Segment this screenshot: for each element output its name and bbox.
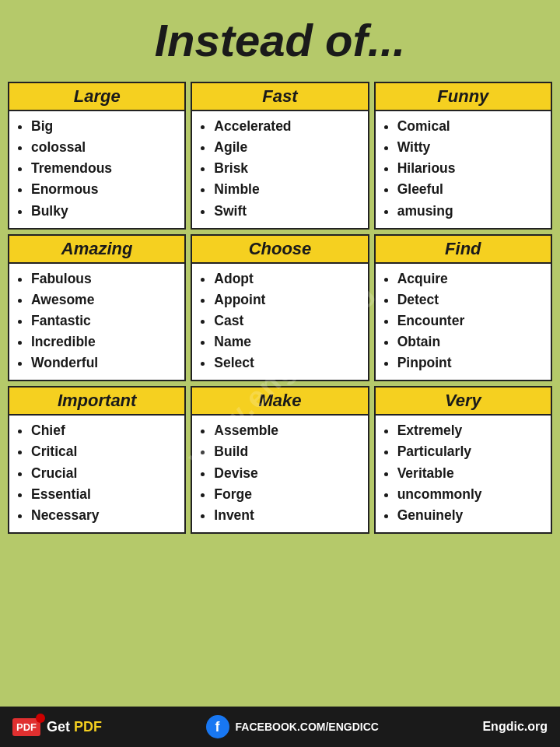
list-item: Appoint bbox=[214, 289, 362, 310]
card-body-fast: AcceleratedAgileBriskNimbleSwift bbox=[191, 111, 369, 230]
card-header-fast: Fast bbox=[191, 82, 369, 111]
card-list-amazing: FabulousAwesomeFantasticIncredibleWonder… bbox=[20, 268, 180, 374]
card-body-very: ExtremelyParticularlyVeritableuncommonly… bbox=[374, 416, 552, 534]
list-item: Adopt bbox=[214, 268, 362, 289]
card-fast: FastAcceleratedAgileBriskNimbleSwift bbox=[191, 82, 369, 230]
list-item: colossal bbox=[31, 137, 180, 158]
list-item: Accelerated bbox=[214, 116, 362, 137]
card-make: MakeAssembleBuildDeviseForgeInvent bbox=[191, 386, 369, 534]
card-body-important: ChiefCriticalCrucialEssentialNecessary bbox=[8, 416, 186, 534]
footer: PDF Get PDF f FACEBOOK.COM/ENGDICC Engdi… bbox=[0, 707, 560, 747]
card-list-very: ExtremelyParticularlyVeritableuncommonly… bbox=[387, 420, 546, 526]
cards-grid: LargeBigcolossalTremendousEnormousBulkyF… bbox=[0, 77, 560, 538]
list-item: Name bbox=[214, 331, 362, 352]
list-item: Select bbox=[214, 352, 362, 374]
list-item: Extremely bbox=[397, 420, 546, 441]
list-item: Enormous bbox=[31, 179, 180, 200]
card-header-make: Make bbox=[191, 386, 369, 416]
list-item: Obtain bbox=[397, 331, 546, 352]
list-item: Assemble bbox=[214, 420, 362, 441]
card-header-find: Find bbox=[374, 234, 552, 264]
card-large: LargeBigcolossalTremendousEnormousBulky bbox=[8, 82, 186, 230]
card-header-important: Important bbox=[8, 386, 186, 416]
pdf-label: PDF bbox=[74, 719, 102, 735]
list-item: Hilarious bbox=[397, 158, 546, 179]
list-item: uncommonly bbox=[397, 484, 546, 505]
card-find: FindAcquireDetectEncounterObtainPinpoint bbox=[374, 234, 552, 382]
card-body-choose: AdoptAppointCastNameSelect bbox=[191, 264, 369, 382]
card-body-make: AssembleBuildDeviseForgeInvent bbox=[191, 416, 369, 534]
page-title: Instead of... bbox=[0, 0, 560, 77]
list-item: Critical bbox=[31, 441, 180, 462]
list-item: Detect bbox=[397, 289, 546, 310]
list-item: Witty bbox=[397, 137, 546, 158]
card-list-large: BigcolossalTremendousEnormousBulky bbox=[20, 116, 180, 222]
list-item: Fabulous bbox=[31, 268, 180, 289]
get-pdf-text: Get PDF bbox=[47, 719, 102, 735]
list-item: Cast bbox=[214, 310, 362, 331]
list-item: Agile bbox=[214, 137, 362, 158]
pdf-icon: PDF bbox=[12, 718, 40, 736]
card-header-large: Large bbox=[8, 82, 186, 111]
list-item: Essential bbox=[31, 484, 180, 505]
list-item: Gleeful bbox=[397, 179, 546, 200]
card-body-find: AcquireDetectEncounterObtainPinpoint bbox=[374, 264, 552, 382]
list-item: Crucial bbox=[31, 463, 180, 484]
list-item: Pinpoint bbox=[397, 352, 546, 374]
card-funny: FunnyComicalWittyHilariousGleefulamusing bbox=[374, 82, 552, 230]
card-header-choose: Choose bbox=[191, 234, 369, 264]
list-item: Encounter bbox=[397, 310, 546, 331]
list-item: Particularly bbox=[397, 441, 546, 462]
footer-facebook: f FACEBOOK.COM/ENGDICC bbox=[206, 715, 379, 738]
list-item: Acquire bbox=[397, 268, 546, 289]
facebook-icon: f bbox=[206, 715, 229, 738]
card-choose: ChooseAdoptAppointCastNameSelect bbox=[191, 234, 369, 382]
list-item: Big bbox=[31, 116, 180, 137]
card-body-large: BigcolossalTremendousEnormousBulky bbox=[8, 111, 186, 230]
list-item: Devise bbox=[214, 463, 362, 484]
list-item: Chief bbox=[31, 420, 180, 441]
list-item: Fantastic bbox=[31, 310, 180, 331]
get-label: Get bbox=[47, 719, 70, 735]
list-item: Awesome bbox=[31, 289, 180, 310]
list-item: Forge bbox=[214, 484, 362, 505]
list-item: Nimble bbox=[214, 179, 362, 200]
card-list-make: AssembleBuildDeviseForgeInvent bbox=[203, 420, 362, 526]
list-item: Build bbox=[214, 441, 362, 462]
list-item: Bulky bbox=[31, 201, 180, 222]
card-very: VeryExtremelyParticularlyVeritableuncomm… bbox=[374, 386, 552, 534]
footer-pdf-section: PDF Get PDF bbox=[12, 718, 102, 736]
list-item: Necessary bbox=[31, 505, 180, 526]
list-item: Genuinely bbox=[397, 505, 546, 526]
card-header-amazing: Amazing bbox=[8, 234, 186, 264]
list-item: Incredible bbox=[31, 331, 180, 352]
list-item: amusing bbox=[397, 201, 546, 222]
card-list-important: ChiefCriticalCrucialEssentialNecessary bbox=[20, 420, 180, 526]
card-list-fast: AcceleratedAgileBriskNimbleSwift bbox=[203, 116, 362, 222]
list-item: Brisk bbox=[214, 158, 362, 179]
card-list-funny: ComicalWittyHilariousGleefulamusing bbox=[387, 116, 546, 222]
card-amazing: AmazingFabulousAwesomeFantasticIncredibl… bbox=[8, 234, 186, 382]
list-item: Swift bbox=[214, 201, 362, 222]
card-body-amazing: FabulousAwesomeFantasticIncredibleWonder… bbox=[8, 264, 186, 382]
card-list-find: AcquireDetectEncounterObtainPinpoint bbox=[387, 268, 546, 374]
list-item: Veritable bbox=[397, 463, 546, 484]
list-item: Wonderful bbox=[31, 352, 180, 374]
card-header-funny: Funny bbox=[374, 82, 552, 111]
footer-website: Engdic.org bbox=[482, 720, 548, 734]
card-header-very: Very bbox=[374, 386, 552, 416]
list-item: Tremendous bbox=[31, 158, 180, 179]
card-body-funny: ComicalWittyHilariousGleefulamusing bbox=[374, 111, 552, 230]
facebook-text: FACEBOOK.COM/ENGDICC bbox=[236, 721, 379, 733]
card-important: ImportantChiefCriticalCrucialEssentialNe… bbox=[8, 386, 186, 534]
list-item: Invent bbox=[214, 505, 362, 526]
list-item: Comical bbox=[397, 116, 546, 137]
card-list-choose: AdoptAppointCastNameSelect bbox=[203, 268, 362, 374]
